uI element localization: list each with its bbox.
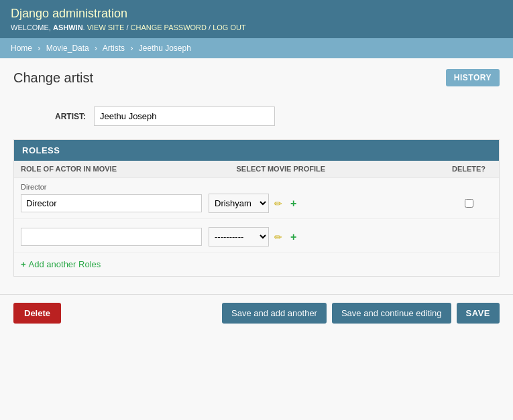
view-site-link[interactable]: VIEW SITE	[87, 23, 125, 31]
movie-select-0[interactable]: Drishyam ----------	[209, 194, 269, 213]
save-add-another-button[interactable]: Save and add another	[222, 303, 327, 324]
breadcrumb-home[interactable]: Home	[11, 44, 32, 53]
welcome-text: WELCOME,	[11, 23, 51, 31]
delete-checkbox-0[interactable]	[465, 199, 473, 208]
role-input-0[interactable]	[21, 194, 202, 212]
add-movie-button-0[interactable]: +	[288, 196, 299, 211]
col-header-delete: DELETE?	[445, 165, 492, 173]
row-label: Director	[21, 183, 492, 191]
delete-button[interactable]: Delete	[13, 303, 61, 324]
save-continue-button[interactable]: Save and continue editing	[332, 303, 451, 324]
inline-table-header: ROLE OF ACTOR IN MOVIE SELECT MOVIE PROF…	[14, 161, 499, 178]
submit-row: Delete Save and add another Save and con…	[0, 294, 513, 332]
breadcrumb-movie-data[interactable]: Movie_Data	[46, 44, 89, 53]
page-title: Change artist	[13, 70, 93, 86]
movie-select-wrap-0: Drishyam ---------- ✏ +	[209, 194, 445, 213]
log-out-link[interactable]: LOG OUT	[213, 23, 246, 31]
inline-row: ---------- Drishyam ✏ +	[14, 219, 499, 253]
breadcrumb-separator: ›	[130, 44, 133, 53]
delete-checkbox-wrap-0	[445, 199, 492, 208]
inline-row: Director Drishyam ---------- ✏ +	[14, 178, 499, 219]
add-movie-button-1[interactable]: +	[288, 230, 299, 244]
breadcrumb: Home › Movie_Data › Artists › Jeethu Jos…	[0, 38, 513, 58]
edit-movie-button-0[interactable]: ✏	[272, 197, 285, 210]
breadcrumb-separator: ›	[38, 44, 40, 53]
history-button[interactable]: HISTORY	[446, 69, 500, 86]
col-header-role: ROLE OF ACTOR IN MOVIE	[21, 165, 237, 173]
col-header-movie: SELECT MOVIE PROFILE	[237, 165, 446, 173]
row-fields: Drishyam ---------- ✏ +	[21, 194, 492, 213]
add-another-link[interactable]: +Add another Roles	[21, 259, 101, 269]
artist-form-row: ARTIST:	[13, 100, 500, 133]
movie-select-1[interactable]: ---------- Drishyam	[209, 227, 269, 247]
artist-input-wrap	[94, 107, 275, 126]
artist-input[interactable]	[94, 107, 275, 126]
inline-section-title: ROLESS	[14, 140, 499, 161]
add-another-row: +Add another Roles	[14, 253, 499, 276]
roless-inline-section: ROLESS ROLE OF ACTOR IN MOVIE SELECT MOV…	[13, 139, 500, 277]
user-tools: WELCOME, ASHWIN. VIEW SITE / CHANGE PASS…	[11, 23, 502, 31]
header: Django administration WELCOME, ASHWIN. V…	[0, 0, 513, 38]
username: ASHWIN	[53, 23, 83, 31]
change-password-link[interactable]: CHANGE PASSWORD	[131, 23, 207, 31]
breadcrumb-separator: ›	[95, 44, 97, 53]
content-main: Change artist HISTORY ARTIST: ROLESS ROL…	[0, 58, 513, 287]
site-title: Django administration	[11, 7, 502, 21]
row-fields: ---------- Drishyam ✏ +	[21, 227, 492, 247]
movie-select-wrap-1: ---------- Drishyam ✏ +	[209, 227, 445, 247]
breadcrumb-current: Jeethu Joseph	[139, 44, 191, 53]
save-button[interactable]: SAVE	[457, 303, 500, 324]
breadcrumb-artists[interactable]: Artists	[103, 44, 125, 53]
page-header: Change artist HISTORY	[13, 69, 500, 86]
role-input-1[interactable]	[21, 228, 202, 246]
edit-movie-button-1[interactable]: ✏	[272, 230, 285, 244]
add-another-label: Add another Roles	[29, 259, 101, 269]
add-icon: +	[21, 259, 26, 269]
artist-label: ARTIST:	[13, 112, 94, 121]
